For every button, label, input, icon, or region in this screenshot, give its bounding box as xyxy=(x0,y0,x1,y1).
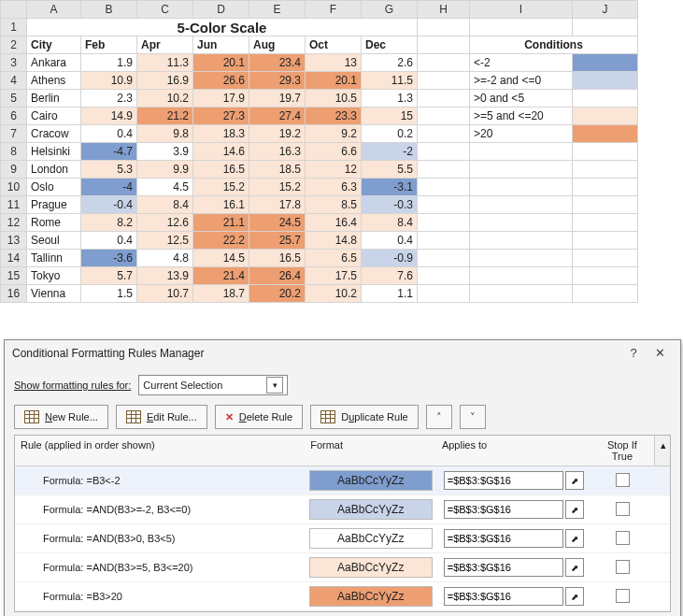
city-cell[interactable]: Prague xyxy=(27,196,81,214)
value-cell[interactable]: 1.5 xyxy=(81,285,137,303)
cell[interactable] xyxy=(470,232,573,250)
value-cell[interactable]: 2.3 xyxy=(81,90,137,107)
value-cell[interactable]: 7.6 xyxy=(362,267,418,285)
city-cell[interactable]: Vienna xyxy=(27,285,81,303)
city-cell[interactable]: Helsinki xyxy=(27,143,81,161)
condition-label[interactable]: >0 and <5 xyxy=(470,90,573,107)
header-jun[interactable]: Jun xyxy=(193,36,249,54)
value-cell[interactable]: 1.1 xyxy=(362,285,418,303)
header-oct[interactable]: Oct xyxy=(306,36,362,54)
city-cell[interactable]: Berlin xyxy=(27,90,81,107)
value-cell[interactable]: 12.6 xyxy=(137,214,193,232)
row-header[interactable]: 8 xyxy=(1,143,27,161)
col-header[interactable]: E xyxy=(249,1,306,19)
header-apr[interactable]: Apr xyxy=(137,36,193,54)
value-cell[interactable]: 10.2 xyxy=(137,90,193,107)
value-cell[interactable]: 19.7 xyxy=(249,90,306,107)
cell[interactable] xyxy=(573,196,638,214)
cell[interactable] xyxy=(418,214,470,232)
cell[interactable] xyxy=(573,143,638,161)
row-header[interactable]: 15 xyxy=(1,267,27,285)
cell[interactable] xyxy=(573,19,638,36)
value-cell[interactable]: 26.4 xyxy=(249,267,306,285)
cell[interactable] xyxy=(573,161,638,179)
value-cell[interactable]: 24.5 xyxy=(249,214,306,232)
value-cell[interactable]: 8.2 xyxy=(81,214,137,232)
cell[interactable] xyxy=(470,214,573,232)
cell[interactable] xyxy=(470,19,573,36)
value-cell[interactable]: 22.2 xyxy=(193,232,249,250)
value-cell[interactable]: 18.3 xyxy=(193,125,249,143)
value-cell[interactable]: 9.8 xyxy=(137,125,193,143)
value-cell[interactable]: 5.3 xyxy=(81,161,137,179)
value-cell[interactable]: 27.3 xyxy=(193,107,249,125)
header-feb[interactable]: Feb xyxy=(81,36,137,54)
row-header[interactable]: 14 xyxy=(1,250,27,267)
value-cell[interactable]: 1.3 xyxy=(362,90,418,107)
row-header[interactable]: 3 xyxy=(1,54,27,72)
value-cell[interactable]: 21.4 xyxy=(193,267,249,285)
value-cell[interactable]: -2 xyxy=(362,143,418,161)
col-header[interactable]: B xyxy=(81,1,137,19)
row-header[interactable]: 5 xyxy=(1,90,27,107)
col-header[interactable]: F xyxy=(306,1,362,19)
value-cell[interactable]: -4.7 xyxy=(81,143,137,161)
value-cell[interactable]: 21.2 xyxy=(137,107,193,125)
value-cell[interactable]: 17.8 xyxy=(249,196,306,214)
city-cell[interactable]: Tokyo xyxy=(27,267,81,285)
cell[interactable] xyxy=(470,161,573,179)
value-cell[interactable]: 0.4 xyxy=(362,232,418,250)
condition-swatch[interactable] xyxy=(573,90,638,107)
value-cell[interactable]: 15.2 xyxy=(193,179,249,196)
cell[interactable] xyxy=(573,232,638,250)
row-header[interactable]: 10 xyxy=(1,179,27,196)
value-cell[interactable]: 8.4 xyxy=(362,214,418,232)
col-header[interactable]: C xyxy=(137,1,193,19)
value-cell[interactable]: 12 xyxy=(306,161,362,179)
value-cell[interactable]: 10.2 xyxy=(306,285,362,303)
value-cell[interactable]: 23.4 xyxy=(249,54,306,72)
cell[interactable] xyxy=(418,232,470,250)
value-cell[interactable]: 5.7 xyxy=(81,267,137,285)
value-cell[interactable]: 14.8 xyxy=(306,232,362,250)
value-cell[interactable]: 3.9 xyxy=(137,143,193,161)
value-cell[interactable]: -3.6 xyxy=(81,250,137,267)
condition-label[interactable]: <-2 xyxy=(470,54,573,72)
value-cell[interactable]: 9.2 xyxy=(306,125,362,143)
value-cell[interactable]: -3.1 xyxy=(362,179,418,196)
cell[interactable] xyxy=(573,267,638,285)
cell[interactable] xyxy=(573,179,638,196)
value-cell[interactable]: 2.6 xyxy=(362,54,418,72)
value-cell[interactable]: 0.4 xyxy=(81,232,137,250)
header-city[interactable]: City xyxy=(27,36,81,54)
value-cell[interactable]: 4.5 xyxy=(137,179,193,196)
cell[interactable] xyxy=(470,285,573,303)
cell[interactable] xyxy=(418,72,470,90)
value-cell[interactable]: 29.3 xyxy=(249,72,306,90)
value-cell[interactable]: 23.3 xyxy=(306,107,362,125)
condition-swatch[interactable] xyxy=(573,72,638,90)
value-cell[interactable]: 14.9 xyxy=(81,107,137,125)
value-cell[interactable]: 12.5 xyxy=(137,232,193,250)
value-cell[interactable]: 9.9 xyxy=(137,161,193,179)
value-cell[interactable]: 20.1 xyxy=(193,54,249,72)
value-cell[interactable]: 10.5 xyxy=(306,90,362,107)
cell[interactable] xyxy=(418,161,470,179)
value-cell[interactable]: 20.1 xyxy=(306,72,362,90)
condition-label[interactable]: >=5 and <=20 xyxy=(470,107,573,125)
cell[interactable] xyxy=(418,107,470,125)
value-cell[interactable]: 17.5 xyxy=(306,267,362,285)
cell[interactable] xyxy=(418,36,470,54)
city-cell[interactable]: Cairo xyxy=(27,107,81,125)
cell[interactable] xyxy=(418,196,470,214)
cell[interactable] xyxy=(418,19,470,36)
row-header[interactable]: 16 xyxy=(1,285,27,303)
city-cell[interactable]: Seoul xyxy=(27,232,81,250)
city-cell[interactable]: Rome xyxy=(27,214,81,232)
value-cell[interactable]: 13.9 xyxy=(137,267,193,285)
value-cell[interactable]: 18.7 xyxy=(193,285,249,303)
condition-swatch[interactable] xyxy=(573,107,638,125)
value-cell[interactable]: 18.5 xyxy=(249,161,306,179)
row-header[interactable]: 7 xyxy=(1,125,27,143)
value-cell[interactable]: 6.3 xyxy=(306,179,362,196)
